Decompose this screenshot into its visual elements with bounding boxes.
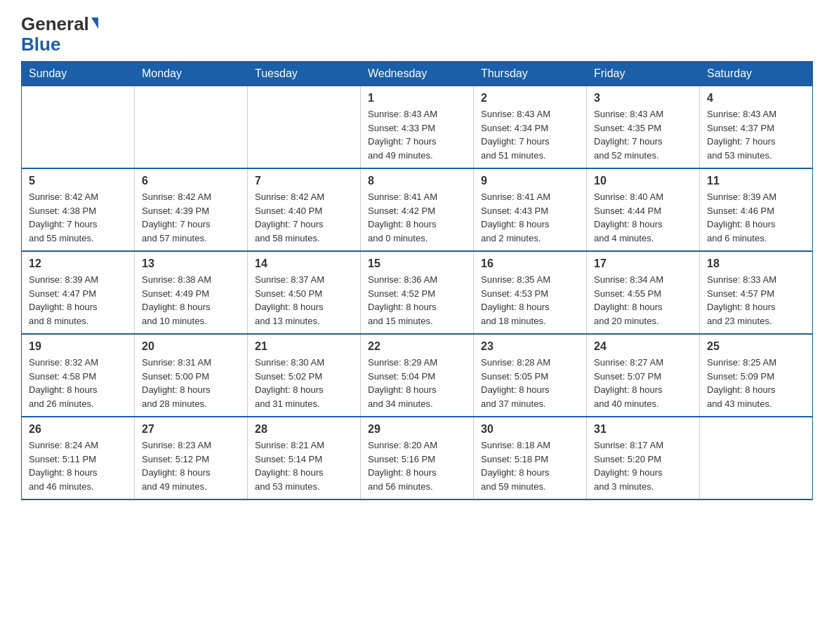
day-info: Sunrise: 8:33 AM Sunset: 4:57 PM Dayligh… [707, 273, 805, 328]
calendar-cell: 24Sunrise: 8:27 AM Sunset: 5:07 PM Dayli… [587, 334, 700, 417]
day-info: Sunrise: 8:20 AM Sunset: 5:16 PM Dayligh… [368, 438, 466, 493]
day-number: 16 [481, 257, 579, 270]
calendar-week-4: 19Sunrise: 8:32 AM Sunset: 4:58 PM Dayli… [22, 334, 813, 417]
calendar-cell: 21Sunrise: 8:30 AM Sunset: 5:02 PM Dayli… [248, 334, 361, 417]
calendar-week-5: 26Sunrise: 8:24 AM Sunset: 5:11 PM Dayli… [22, 417, 813, 499]
calendar-cell: 9Sunrise: 8:41 AM Sunset: 4:43 PM Daylig… [474, 168, 587, 251]
day-info: Sunrise: 8:43 AM Sunset: 4:34 PM Dayligh… [481, 107, 579, 162]
day-info: Sunrise: 8:29 AM Sunset: 5:04 PM Dayligh… [368, 356, 466, 410]
calendar-cell: 12Sunrise: 8:39 AM Sunset: 4:47 PM Dayli… [22, 251, 135, 334]
calendar-cell: 23Sunrise: 8:28 AM Sunset: 5:05 PM Dayli… [474, 334, 587, 417]
day-number: 31 [594, 423, 692, 436]
day-number: 9 [481, 175, 579, 187]
calendar-cell: 17Sunrise: 8:34 AM Sunset: 4:55 PM Dayli… [587, 251, 700, 334]
day-info: Sunrise: 8:25 AM Sunset: 5:09 PM Dayligh… [707, 356, 805, 410]
calendar-cell: 10Sunrise: 8:40 AM Sunset: 4:44 PM Dayli… [587, 168, 700, 251]
calendar-cell: 11Sunrise: 8:39 AM Sunset: 4:46 PM Dayli… [700, 168, 813, 251]
day-info: Sunrise: 8:27 AM Sunset: 5:07 PM Dayligh… [594, 356, 692, 410]
day-info: Sunrise: 8:17 AM Sunset: 5:20 PM Dayligh… [594, 438, 692, 493]
day-info: Sunrise: 8:21 AM Sunset: 5:14 PM Dayligh… [255, 438, 353, 493]
calendar-cell: 25Sunrise: 8:25 AM Sunset: 5:09 PM Dayli… [700, 334, 813, 417]
calendar-cell: 16Sunrise: 8:35 AM Sunset: 4:53 PM Dayli… [474, 251, 587, 334]
calendar-cell: 18Sunrise: 8:33 AM Sunset: 4:57 PM Dayli… [700, 251, 813, 334]
calendar-cell: 2Sunrise: 8:43 AM Sunset: 4:34 PM Daylig… [474, 86, 587, 169]
day-number: 23 [481, 340, 579, 353]
calendar-cell: 27Sunrise: 8:23 AM Sunset: 5:12 PM Dayli… [135, 417, 248, 499]
calendar-cell [135, 86, 248, 169]
logo-general: General [21, 13, 89, 34]
weekday-header-friday: Friday [587, 62, 700, 86]
day-number: 2 [481, 92, 579, 105]
calendar-cell: 7Sunrise: 8:42 AM Sunset: 4:40 PM Daylig… [248, 168, 361, 251]
day-number: 1 [368, 92, 466, 105]
calendar-cell: 8Sunrise: 8:41 AM Sunset: 4:42 PM Daylig… [361, 168, 474, 251]
calendar-cell: 26Sunrise: 8:24 AM Sunset: 5:11 PM Dayli… [22, 417, 135, 499]
day-info: Sunrise: 8:28 AM Sunset: 5:05 PM Dayligh… [481, 356, 579, 410]
day-info: Sunrise: 8:34 AM Sunset: 4:55 PM Dayligh… [594, 273, 692, 328]
day-info: Sunrise: 8:24 AM Sunset: 5:11 PM Dayligh… [29, 438, 127, 493]
calendar-cell: 30Sunrise: 8:18 AM Sunset: 5:18 PM Dayli… [474, 417, 587, 499]
day-number: 18 [707, 257, 805, 270]
day-number: 12 [29, 257, 127, 270]
calendar-cell: 20Sunrise: 8:31 AM Sunset: 5:00 PM Dayli… [135, 334, 248, 417]
day-info: Sunrise: 8:32 AM Sunset: 4:58 PM Dayligh… [29, 356, 127, 410]
weekday-header-monday: Monday [135, 62, 248, 86]
calendar-cell [248, 86, 361, 169]
calendar-cell: 28Sunrise: 8:21 AM Sunset: 5:14 PM Dayli… [248, 417, 361, 499]
logo: General Blue [21, 14, 98, 54]
day-number: 11 [707, 175, 805, 187]
calendar-week-2: 5Sunrise: 8:42 AM Sunset: 4:38 PM Daylig… [22, 168, 813, 251]
day-number: 10 [594, 175, 692, 187]
calendar-cell: 22Sunrise: 8:29 AM Sunset: 5:04 PM Dayli… [361, 334, 474, 417]
calendar-cell: 5Sunrise: 8:42 AM Sunset: 4:38 PM Daylig… [22, 168, 135, 251]
day-number: 28 [255, 423, 353, 436]
calendar-table: SundayMondayTuesdayWednesdayThursdayFrid… [21, 61, 813, 500]
day-info: Sunrise: 8:36 AM Sunset: 4:52 PM Dayligh… [368, 273, 466, 328]
day-number: 15 [368, 257, 466, 270]
day-number: 22 [368, 340, 466, 353]
day-number: 26 [29, 423, 127, 436]
weekday-header-tuesday: Tuesday [248, 62, 361, 86]
day-number: 27 [142, 423, 240, 436]
day-number: 14 [255, 257, 353, 270]
day-info: Sunrise: 8:40 AM Sunset: 4:44 PM Dayligh… [594, 190, 692, 245]
calendar-cell: 1Sunrise: 8:43 AM Sunset: 4:33 PM Daylig… [361, 86, 474, 169]
day-number: 30 [481, 423, 579, 436]
day-number: 21 [255, 340, 353, 353]
day-info: Sunrise: 8:18 AM Sunset: 5:18 PM Dayligh… [481, 438, 579, 493]
day-number: 3 [594, 92, 692, 105]
day-info: Sunrise: 8:41 AM Sunset: 4:42 PM Dayligh… [368, 190, 466, 245]
day-info: Sunrise: 8:43 AM Sunset: 4:37 PM Dayligh… [707, 107, 805, 162]
day-info: Sunrise: 8:35 AM Sunset: 4:53 PM Dayligh… [481, 273, 579, 328]
logo-triangle-icon [91, 18, 98, 29]
weekday-header-thursday: Thursday [474, 62, 587, 86]
day-number: 6 [142, 175, 240, 187]
day-number: 8 [368, 175, 466, 187]
day-info: Sunrise: 8:39 AM Sunset: 4:46 PM Dayligh… [707, 190, 805, 245]
day-info: Sunrise: 8:43 AM Sunset: 4:33 PM Dayligh… [368, 107, 466, 162]
calendar-cell: 6Sunrise: 8:42 AM Sunset: 4:39 PM Daylig… [135, 168, 248, 251]
day-number: 4 [707, 92, 805, 105]
calendar-cell: 19Sunrise: 8:32 AM Sunset: 4:58 PM Dayli… [22, 334, 135, 417]
day-number: 20 [142, 340, 240, 353]
day-number: 5 [29, 175, 127, 187]
day-info: Sunrise: 8:39 AM Sunset: 4:47 PM Dayligh… [29, 273, 127, 328]
day-number: 24 [594, 340, 692, 353]
day-info: Sunrise: 8:42 AM Sunset: 4:38 PM Dayligh… [29, 190, 127, 245]
day-number: 25 [707, 340, 805, 353]
weekday-header-sunday: Sunday [22, 62, 135, 86]
day-info: Sunrise: 8:31 AM Sunset: 5:00 PM Dayligh… [142, 356, 240, 410]
day-number: 17 [594, 257, 692, 270]
weekday-header-wednesday: Wednesday [361, 62, 474, 86]
weekday-header-saturday: Saturday [700, 62, 813, 86]
page-header: General Blue [21, 14, 813, 54]
day-number: 13 [142, 257, 240, 270]
day-number: 29 [368, 423, 466, 436]
calendar-cell: 3Sunrise: 8:43 AM Sunset: 4:35 PM Daylig… [587, 86, 700, 169]
calendar-cell [22, 86, 135, 169]
calendar-cell: 15Sunrise: 8:36 AM Sunset: 4:52 PM Dayli… [361, 251, 474, 334]
day-info: Sunrise: 8:43 AM Sunset: 4:35 PM Dayligh… [594, 107, 692, 162]
day-info: Sunrise: 8:41 AM Sunset: 4:43 PM Dayligh… [481, 190, 579, 245]
day-info: Sunrise: 8:42 AM Sunset: 4:39 PM Dayligh… [142, 190, 240, 245]
calendar-cell: 31Sunrise: 8:17 AM Sunset: 5:20 PM Dayli… [587, 417, 700, 499]
